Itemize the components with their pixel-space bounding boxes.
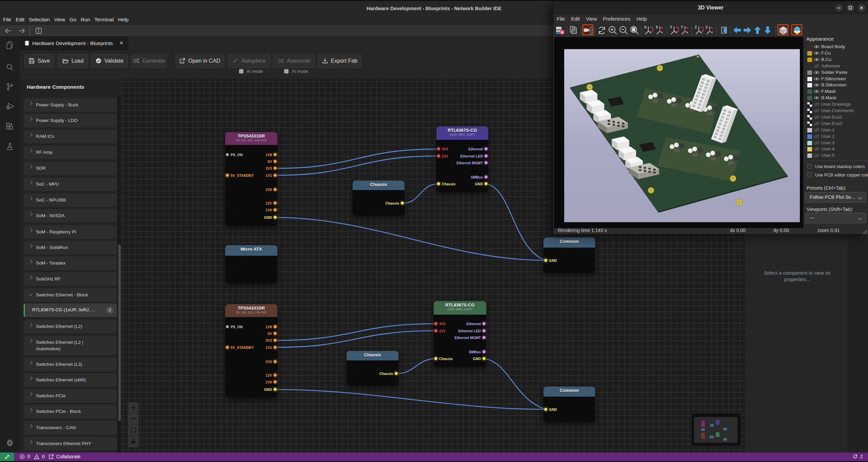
svg-text:Y: Y: [670, 25, 672, 29]
svg-text:Z: Z: [706, 25, 708, 29]
svg-text:Y: Y: [681, 25, 683, 29]
svg-text:X: X: [656, 25, 658, 29]
svg-text:Z: Z: [695, 25, 697, 29]
svg-text:X: X: [644, 25, 647, 29]
